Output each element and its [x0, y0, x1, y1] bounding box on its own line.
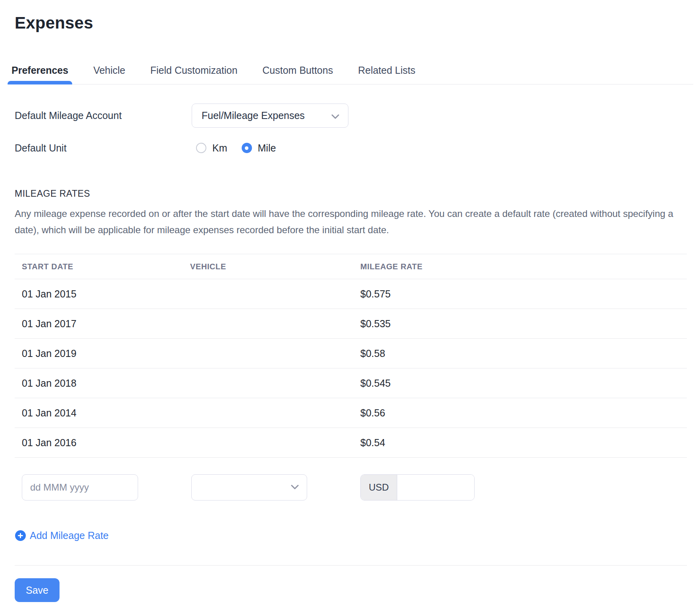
add-mileage-rate-label: Add Mileage Rate — [30, 530, 109, 541]
unit-km-label: Km — [212, 142, 227, 154]
mileage-rates-table: START DATE VEHICLE MILEAGE RATE 01 Jan 2… — [15, 254, 687, 458]
footer-divider — [15, 565, 687, 566]
cell-mileage-rate: $0.56 — [360, 407, 687, 419]
table-header-row: START DATE VEHICLE MILEAGE RATE — [15, 254, 687, 279]
default-mileage-account-label: Default Mileage Account — [15, 110, 192, 121]
mileage-rate-input[interactable] — [397, 475, 475, 500]
add-mileage-rate-link[interactable]: Add Mileage Rate — [15, 530, 109, 541]
cell-mileage-rate: $0.545 — [360, 378, 687, 389]
cell-mileage-rate: $0.54 — [360, 437, 687, 449]
unit-option-km[interactable]: Km — [196, 142, 227, 154]
cell-start-date: 01 Jan 2016 — [22, 437, 190, 449]
default-mileage-account-value: Fuel/Mileage Expenses — [202, 110, 305, 121]
unit-option-mile[interactable]: Mile — [242, 142, 276, 154]
default-unit-row: Default Unit Km Mile — [15, 142, 687, 154]
mileage-rates-heading: MILEAGE RATES — [15, 188, 687, 199]
tab-vehicle[interactable]: Vehicle — [92, 64, 126, 84]
chevron-down-icon — [291, 484, 299, 491]
mileage-rate-input-group: USD — [360, 474, 475, 501]
tab-bar: Preferences Vehicle Field Customization … — [8, 64, 693, 84]
page-title: Expenses — [15, 0, 687, 33]
plus-circle-icon — [15, 530, 26, 541]
table-row: 01 Jan 2018 $0.545 — [15, 368, 687, 398]
cell-start-date: 01 Jan 2018 — [22, 378, 190, 389]
mileage-rates-description: Any mileage expense recorded on or after… — [15, 205, 687, 238]
default-unit-options: Km Mile — [192, 142, 290, 154]
table-row: 01 Jan 2017 $0.535 — [15, 309, 687, 339]
cell-start-date: 01 Jan 2017 — [22, 318, 190, 330]
tab-custom-buttons[interactable]: Custom Buttons — [262, 64, 334, 84]
save-button[interactable]: Save — [15, 578, 60, 602]
new-mileage-rate-row: USD — [22, 474, 687, 501]
column-header-vehicle: VEHICLE — [190, 262, 360, 271]
cell-mileage-rate: $0.535 — [360, 318, 687, 330]
tab-related-lists[interactable]: Related Lists — [357, 64, 416, 84]
default-mileage-account-select[interactable]: Fuel/Mileage Expenses — [192, 104, 348, 128]
table-row: 01 Jan 2019 $0.58 — [15, 339, 687, 368]
column-header-mileage-rate: MILEAGE RATE — [360, 262, 687, 271]
cell-mileage-rate: $0.58 — [360, 348, 687, 359]
currency-prefix: USD — [361, 475, 397, 500]
table-row: 01 Jan 2015 $0.575 — [15, 279, 687, 309]
cell-start-date: 01 Jan 2014 — [22, 407, 190, 419]
table-row: 01 Jan 2016 $0.54 — [15, 428, 687, 458]
radio-unselected-icon[interactable] — [196, 143, 206, 153]
cell-start-date: 01 Jan 2019 — [22, 348, 190, 359]
cell-mileage-rate: $0.575 — [360, 288, 687, 300]
cell-start-date: 01 Jan 2015 — [22, 288, 190, 300]
tab-field-customization[interactable]: Field Customization — [150, 64, 238, 84]
column-header-start-date: START DATE — [22, 262, 190, 271]
start-date-input[interactable] — [22, 474, 138, 501]
tab-preferences[interactable]: Preferences — [11, 64, 69, 84]
default-mileage-account-row: Default Mileage Account Fuel/Mileage Exp… — [15, 104, 687, 128]
default-unit-label: Default Unit — [15, 142, 192, 154]
radio-selected-icon[interactable] — [242, 143, 252, 153]
chevron-down-icon — [331, 110, 339, 121]
table-row: 01 Jan 2014 $0.56 — [15, 398, 687, 428]
expenses-settings-page: Expenses Preferences Vehicle Field Custo… — [0, 0, 700, 606]
unit-mile-label: Mile — [258, 142, 276, 154]
vehicle-select[interactable] — [191, 474, 307, 501]
